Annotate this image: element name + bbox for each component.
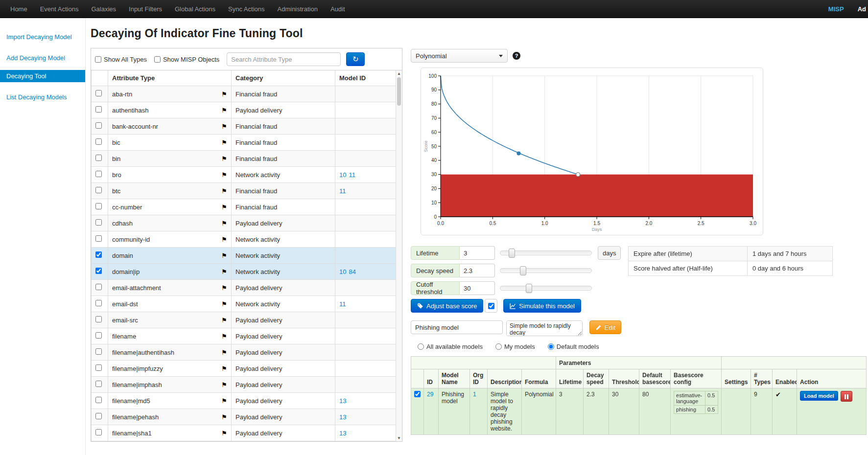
model-description-textarea[interactable]: Simple model to rapidly decay — [506, 320, 583, 336]
model-name-input[interactable] — [411, 320, 503, 334]
flag-icon[interactable]: ⚑ — [221, 139, 227, 146]
flag-icon[interactable]: ⚑ — [221, 220, 227, 227]
show-misp-objects-checkbox[interactable] — [154, 56, 161, 63]
flag-icon[interactable]: ⚑ — [221, 204, 227, 210]
attribute-checkbox[interactable] — [95, 397, 102, 403]
attribute-checkbox[interactable] — [95, 300, 102, 306]
cutoff-threshold-input[interactable] — [460, 281, 495, 295]
scroll-up-icon[interactable]: ▲ — [396, 71, 402, 76]
cutoff-threshold-slider[interactable] — [500, 286, 592, 291]
attribute-checkbox[interactable] — [95, 155, 102, 161]
attribute-checkbox[interactable] — [95, 106, 102, 113]
model-id-link-11[interactable]: 11 — [349, 171, 355, 179]
flag-icon[interactable]: ⚑ — [221, 107, 227, 114]
nav-item-event-actions[interactable]: Event Actions — [34, 0, 85, 18]
flag-icon[interactable]: ⚑ — [221, 285, 227, 291]
flag-icon[interactable]: ⚑ — [221, 188, 227, 194]
show-misp-objects-toggle[interactable]: Show MISP Objects — [154, 56, 219, 63]
sidebar-item-list-decaying-models[interactable]: List Decaying Models — [0, 91, 85, 103]
attribute-checkbox[interactable] — [95, 381, 102, 387]
flag-icon[interactable]: ⚑ — [221, 236, 227, 243]
sidebar-item-decaying-tool[interactable]: Decaying Tool — [0, 70, 85, 82]
formula-select[interactable]: Polynomial — [411, 49, 508, 63]
attribute-checkbox[interactable] — [95, 187, 102, 193]
lifetime-slider[interactable] — [500, 250, 592, 255]
attribute-checkbox[interactable] — [95, 348, 102, 355]
flag-icon[interactable]: ⚑ — [221, 333, 227, 340]
attribute-row-domain-ip[interactable]: domain|ip⚑Network activity1084 — [92, 264, 397, 280]
attribute-checkbox[interactable] — [95, 138, 102, 145]
model-filter-default-models[interactable]: Default models — [548, 343, 599, 350]
attribute-row-domain[interactable]: domain⚑Network activity — [92, 248, 397, 264]
attribute-row-filename-impfuzzy[interactable]: filename|impfuzzy⚑Payload delivery — [92, 361, 397, 377]
attribute-checkbox[interactable] — [95, 332, 102, 339]
decay-speed-input[interactable] — [460, 264, 495, 277]
attribute-table-scrollbar[interactable]: ▲ ▼ — [396, 70, 402, 441]
user-menu[interactable]: Ad — [858, 5, 866, 13]
flag-icon[interactable]: ⚑ — [221, 301, 227, 307]
attribute-row-aba-rtn[interactable]: aba-rtn⚑Financial fraud — [92, 86, 397, 102]
attribute-checkbox[interactable] — [95, 429, 102, 435]
model-id-link-10[interactable]: 10 — [339, 171, 346, 179]
scrollbar-thumb[interactable] — [397, 77, 401, 106]
attribute-row-community-id[interactable]: community-id⚑Network activity — [92, 231, 397, 248]
nav-item-audit[interactable]: Audit — [324, 0, 352, 18]
attribute-row-bank-account-nr[interactable]: bank-account-nr⚑Financial fraud — [92, 118, 397, 135]
flag-icon[interactable]: ⚑ — [221, 123, 227, 130]
attribute-checkbox[interactable] — [95, 268, 102, 274]
model-filter-my-models[interactable]: My models — [495, 343, 535, 350]
attribute-row-email-attachment[interactable]: email-attachment⚑Payload delivery — [92, 280, 397, 296]
refresh-button[interactable]: ↻ — [346, 52, 365, 66]
attribute-checkbox[interactable] — [95, 171, 102, 177]
attribute-checkbox[interactable] — [95, 90, 102, 96]
flag-icon[interactable]: ⚑ — [221, 252, 227, 259]
flag-icon[interactable]: ⚑ — [221, 414, 227, 420]
edit-model-button[interactable]: Edit — [589, 320, 621, 334]
nav-item-home[interactable]: Home — [4, 0, 34, 18]
model-id-link[interactable]: 29 — [427, 391, 433, 398]
search-attribute-input[interactable] — [227, 52, 341, 66]
decay-speed-slider[interactable] — [500, 268, 592, 273]
model-filter-radio-default-models[interactable] — [548, 343, 554, 350]
flag-icon[interactable]: ⚑ — [221, 349, 227, 356]
attribute-row-filename-pehash[interactable]: filename|pehash⚑Payload delivery13 — [92, 409, 397, 425]
nav-item-global-actions[interactable]: Global Actions — [168, 0, 222, 18]
model-id-link-13[interactable]: 13 — [339, 413, 346, 421]
flag-icon[interactable]: ⚑ — [221, 398, 227, 404]
attribute-checkbox[interactable] — [95, 284, 102, 290]
flag-icon[interactable]: ⚑ — [221, 156, 227, 162]
sidebar-item-import-decaying-model[interactable]: Import Decaying Model — [0, 31, 85, 43]
attribute-row-email-dst[interactable]: email-dst⚑Network activity11 — [92, 296, 397, 312]
scroll-down-icon[interactable]: ▼ — [396, 436, 402, 440]
model-row-checkbox[interactable] — [414, 391, 421, 397]
model-id-link-84[interactable]: 84 — [349, 268, 355, 275]
attribute-checkbox[interactable] — [95, 364, 102, 371]
nav-item-sync-actions[interactable]: Sync Actions — [222, 0, 271, 18]
flag-icon[interactable]: ⚑ — [221, 91, 227, 97]
flag-icon[interactable]: ⚑ — [221, 382, 227, 388]
attribute-row-bic[interactable]: bic⚑Financial fraud — [92, 135, 397, 151]
show-all-types-checkbox[interactable] — [95, 56, 101, 63]
model-id-link-13[interactable]: 13 — [339, 430, 346, 437]
flag-icon[interactable]: ⚑ — [221, 430, 227, 436]
attribute-checkbox[interactable] — [95, 316, 102, 322]
help-icon[interactable]: ? — [513, 52, 520, 60]
model-filter-radio-my-models[interactable] — [495, 343, 502, 350]
model-id-link-10[interactable]: 10 — [339, 268, 346, 275]
flag-icon[interactable]: ⚑ — [221, 172, 227, 178]
attribute-row-filename-md5[interactable]: filename|md5⚑Payload delivery13 — [92, 393, 397, 409]
load-model-button[interactable]: Load model — [800, 391, 838, 401]
attribute-row-bro[interactable]: bro⚑Network activity1011 — [92, 167, 397, 183]
attribute-checkbox[interactable] — [95, 251, 102, 258]
flag-icon[interactable]: ⚑ — [221, 269, 227, 275]
adjust-base-score-checkbox[interactable] — [488, 303, 494, 309]
attribute-row-btc[interactable]: btc⚑Financial fraud11 — [92, 183, 397, 199]
attribute-checkbox[interactable] — [95, 203, 102, 209]
misp-brand[interactable]: MISP — [828, 5, 844, 13]
attribute-row-bin[interactable]: bin⚑Financial fraud — [92, 151, 397, 167]
attribute-row-filename[interactable]: filename⚑Payload delivery — [92, 328, 397, 344]
flag-icon[interactable]: ⚑ — [221, 317, 227, 323]
attribute-row-filename-authentihash[interactable]: filename|authentihash⚑Payload delivery — [92, 344, 397, 361]
model-id-link-11[interactable]: 11 — [339, 187, 346, 195]
org-id-link[interactable]: 1 — [473, 391, 476, 398]
